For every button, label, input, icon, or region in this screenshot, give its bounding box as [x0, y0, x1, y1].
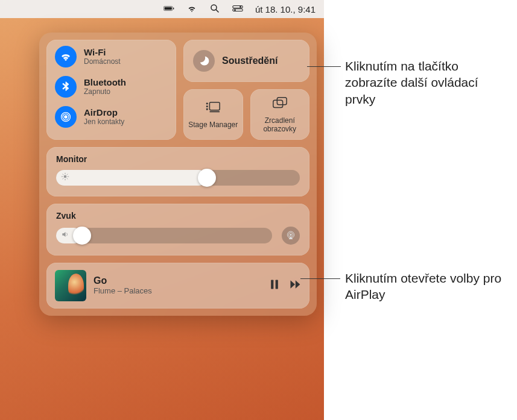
bluetooth-title: Bluetooth — [84, 77, 126, 87]
connectivity-tile: Wi-Fi Domácnost Bluetooth Zapnuto AirD — [46, 40, 176, 140]
callout-focus-text: Kliknutím na tlačítko zobrazíte další ov… — [345, 59, 478, 106]
control-center-panel: Wi-Fi Domácnost Bluetooth Zapnuto AirD — [39, 33, 317, 316]
wifi-icon — [55, 46, 77, 67]
callout-focus: Kliknutím na tlačítko zobrazíte další ov… — [345, 58, 508, 107]
sound-slider[interactable] — [56, 228, 272, 243]
bluetooth-icon — [55, 76, 77, 98]
svg-rect-1 — [165, 7, 172, 10]
wifi-toggle[interactable]: Wi-Fi Domácnost — [55, 46, 168, 67]
svg-rect-14 — [206, 105, 208, 107]
svg-point-19 — [64, 175, 67, 178]
svg-line-4 — [216, 10, 218, 12]
volume-icon — [61, 230, 69, 241]
svg-line-26 — [63, 178, 63, 179]
moon-icon — [193, 50, 215, 72]
wifi-title: Wi-Fi — [84, 47, 121, 57]
svg-rect-18 — [277, 98, 287, 105]
stage-manager-button[interactable]: Stage Manager — [183, 89, 243, 140]
now-playing-tile[interactable]: Go Flume – Palaces — [46, 263, 309, 309]
callout-airplay-text: Kliknutím otevřete volby pro AirPlay — [345, 271, 501, 301]
svg-line-25 — [67, 178, 68, 179]
airdrop-icon — [55, 106, 77, 128]
svg-point-6 — [239, 6, 241, 8]
focus-button[interactable]: Soustředění — [183, 40, 309, 82]
svg-rect-13 — [206, 102, 208, 104]
svg-rect-17 — [273, 100, 283, 107]
menubar: út 18. 10., 9:41 — [0, 0, 324, 18]
stage-manager-label: Stage Manager — [188, 121, 238, 130]
menubar-datetime[interactable]: út 18. 10., 9:41 — [255, 4, 316, 14]
airdrop-title: AirDrop — [84, 107, 124, 118]
stage-manager-icon — [205, 99, 221, 118]
svg-rect-15 — [206, 108, 208, 110]
screen-mirroring-button[interactable]: Zrcadlení obrazovky — [250, 89, 310, 140]
svg-point-3 — [211, 5, 217, 10]
svg-rect-16 — [210, 111, 220, 112]
screen-mirroring-label: Zrcadlení obrazovky — [253, 117, 308, 134]
sound-tile: Zvuk — [46, 204, 309, 255]
album-art — [55, 270, 86, 301]
sound-title: Zvuk — [56, 211, 300, 221]
svg-point-28 — [290, 234, 291, 236]
callout-airplay: Kliknutím otevřete volby pro AirPlay — [345, 270, 508, 303]
airdrop-subtitle: Jen kontakty — [84, 118, 124, 127]
wifi-icon[interactable] — [186, 3, 197, 16]
svg-rect-2 — [173, 7, 174, 9]
focus-label: Soustředění — [222, 55, 278, 66]
svg-point-8 — [234, 9, 236, 11]
display-tile: Monitor — [46, 147, 309, 196]
brightness-icon — [61, 172, 69, 183]
wifi-subtitle: Domácnost — [84, 58, 121, 66]
control-center-icon[interactable] — [232, 3, 243, 16]
bluetooth-toggle[interactable]: Bluetooth Zapnuto — [55, 76, 168, 98]
airplay-audio-button[interactable] — [282, 227, 300, 245]
svg-rect-12 — [210, 102, 220, 110]
display-title: Monitor — [56, 154, 300, 164]
svg-rect-31 — [271, 280, 273, 289]
bluetooth-subtitle: Zapnuto — [84, 88, 126, 96]
svg-rect-32 — [276, 280, 278, 289]
next-track-button[interactable] — [289, 278, 301, 293]
pause-button[interactable] — [268, 278, 281, 293]
now-playing-title: Go — [94, 275, 261, 286]
svg-line-27 — [67, 174, 68, 175]
spotlight-icon[interactable] — [209, 3, 220, 16]
svg-line-24 — [63, 174, 63, 175]
display-slider[interactable] — [56, 170, 300, 186]
airdrop-toggle[interactable]: AirDrop Jen kontakty — [55, 106, 168, 128]
now-playing-subtitle: Flume – Palaces — [94, 286, 261, 295]
screen-mirroring-icon — [272, 95, 288, 113]
battery-icon — [163, 3, 174, 16]
svg-point-9 — [65, 116, 68, 119]
